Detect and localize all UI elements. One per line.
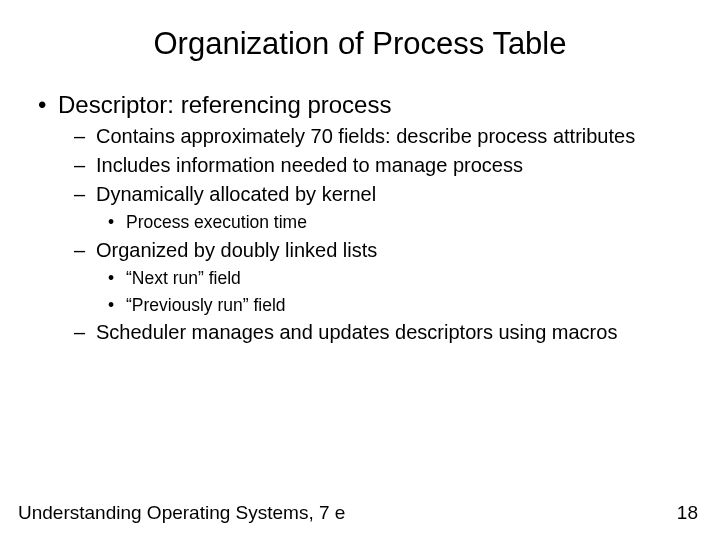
bullet-l3: “Previously run” field <box>126 294 690 317</box>
page-number: 18 <box>677 502 698 524</box>
bullet-l2: Includes information needed to manage pr… <box>96 153 690 178</box>
bullet-l2: Contains approximately 70 fields: descri… <box>96 124 690 149</box>
bullet-text: Descriptor: referencing process <box>58 91 391 118</box>
bullet-list: Descriptor: referencing process Contains… <box>30 90 690 345</box>
bullet-sublist: Process execution time <box>96 211 690 234</box>
bullet-l2: Dynamically allocated by kernel Process … <box>96 182 690 234</box>
bullet-text: Dynamically allocated by kernel <box>96 183 376 205</box>
bullet-l3: Process execution time <box>126 211 690 234</box>
bullet-l2: Organized by doubly linked lists “Next r… <box>96 238 690 317</box>
footer-source: Understanding Operating Systems, 7 e <box>18 502 345 524</box>
bullet-l2: Scheduler manages and updates descriptor… <box>96 320 690 345</box>
slide: Organization of Process Table Descriptor… <box>0 0 720 345</box>
bullet-sublist: “Next run” field “Previously run” field <box>96 267 690 317</box>
slide-title: Organization of Process Table <box>30 26 690 62</box>
bullet-l3: “Next run” field <box>126 267 690 290</box>
bullet-l1: Descriptor: referencing process Contains… <box>58 90 690 345</box>
bullet-text: Organized by doubly linked lists <box>96 239 377 261</box>
bullet-sublist: Contains approximately 70 fields: descri… <box>58 124 690 345</box>
